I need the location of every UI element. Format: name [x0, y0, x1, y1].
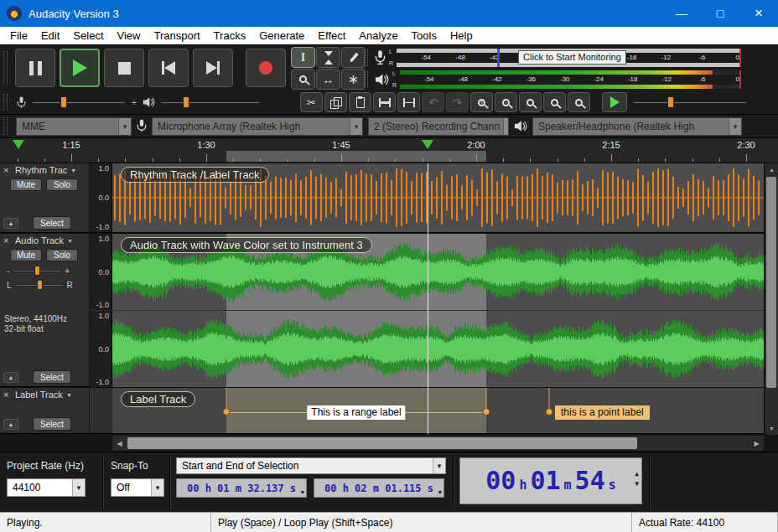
scroll-right-arrow[interactable]: ▶ — [749, 436, 764, 451]
fit-project-button[interactable] — [543, 92, 566, 112]
point-label-marker[interactable] — [546, 408, 553, 416]
range-end-marker[interactable] — [483, 408, 490, 416]
zoom-toggle-button[interactable] — [568, 92, 590, 112]
scroll-up-arrow[interactable]: ▲ — [765, 163, 778, 176]
close-track-icon[interactable]: × — [3, 236, 12, 245]
audio-left-channel[interactable]: Audio Track with Wave Color set to Instr… — [112, 234, 764, 310]
maximize-button[interactable]: □ — [701, 0, 739, 27]
cut-button[interactable]: ✂ — [300, 92, 323, 112]
solo-button[interactable]: Solo — [46, 178, 78, 191]
envelope-tool-button[interactable] — [316, 47, 340, 68]
toolbar-grip[interactable] — [3, 117, 8, 136]
playback-meter-bars[interactable]: -54-48-42-36-30-24-18-12-60 — [400, 70, 743, 90]
play-speed-slider[interactable] — [633, 96, 747, 108]
select-track-button[interactable]: Select — [33, 216, 71, 230]
menu-edit[interactable]: Edit — [34, 27, 66, 44]
clip-title[interactable]: Label Track — [121, 391, 195, 407]
selection-tool-button[interactable]: I — [291, 47, 315, 68]
project-rate-dropdown[interactable]: 44100▾ — [7, 478, 86, 497]
playhead-marker[interactable] — [422, 140, 433, 149]
menu-view[interactable]: View — [111, 27, 148, 44]
stop-button[interactable] — [104, 49, 144, 87]
recording-volume-slider[interactable] — [32, 96, 126, 108]
toolbar-grip[interactable] — [364, 49, 368, 66]
rhythm-track-content[interactable]: Rhythm Track /Label Track — [112, 163, 764, 232]
spin-down-icon[interactable]: ▼ — [635, 480, 639, 488]
toolbar-grip[interactable] — [364, 71, 368, 88]
multi-tool-button[interactable]: ∗ — [341, 69, 366, 90]
horizontal-scroll-thumb[interactable] — [127, 437, 637, 449]
pan-slider[interactable]: L R — [0, 276, 89, 290]
spin-up-icon[interactable]: ▲ — [635, 470, 639, 478]
minimize-button[interactable]: — — [662, 0, 701, 27]
clip-title[interactable]: Audio Track with Wave Color set to Instr… — [121, 237, 372, 253]
selection-end-time[interactable]: 00 h 02 m 01.115 s▼ — [314, 478, 444, 498]
clip-title[interactable]: Rhythm Track /Label Track — [121, 167, 269, 183]
mute-button[interactable]: Mute — [10, 249, 42, 261]
audio-host-dropdown[interactable]: MME▾ — [16, 117, 132, 136]
horizontal-scrollbar[interactable]: ◀ ▶ — [112, 436, 764, 451]
time-spinner[interactable]: ▲▼ — [635, 470, 639, 488]
pinned-playhead-button[interactable] — [13, 140, 24, 149]
recording-meter[interactable]: LR -54-48-42-36-30-24-18-12-60 Click to … — [364, 47, 743, 68]
toolbar-grip[interactable] — [3, 94, 8, 110]
scroll-left-arrow[interactable]: ◀ — [112, 436, 127, 451]
track-name-menu[interactable]: Rhythm Trac▼ — [15, 165, 76, 175]
copy-button[interactable] — [324, 92, 347, 112]
menu-select[interactable]: Select — [66, 27, 110, 44]
redo-button[interactable]: ↷ — [446, 92, 469, 112]
selection-start-time[interactable]: 00 h 01 m 32.137 s▼ — [176, 478, 307, 498]
close-track-icon[interactable]: × — [3, 166, 12, 175]
play-at-speed-button[interactable] — [602, 92, 627, 112]
select-track-button[interactable]: Select — [33, 417, 71, 431]
zoom-tool-button[interactable] — [291, 69, 315, 90]
track-name-menu[interactable]: Audio Track▼ — [15, 235, 73, 245]
zoom-in-button[interactable]: + — [470, 92, 493, 112]
vertical-scrollbar[interactable]: ▲ ▼ — [764, 163, 778, 435]
skip-to-end-button[interactable] — [193, 49, 233, 87]
recording-device-dropdown[interactable]: Microphone Array (Realtek High▾ — [152, 117, 363, 136]
audio-position-display[interactable]: 00h 01m 54s ▲▼ — [459, 457, 642, 504]
close-button[interactable]: × — [739, 0, 778, 27]
menu-tracks[interactable]: Tracks — [207, 27, 253, 44]
playback-device-dropdown[interactable]: Speaker/Headphone (Realtek High▾ — [532, 117, 742, 136]
audio-waveform-right[interactable] — [112, 311, 764, 387]
snap-to-dropdown[interactable]: Off▾ — [111, 478, 164, 497]
menu-help[interactable]: Help — [443, 27, 480, 44]
toolbar-grip[interactable] — [3, 51, 8, 85]
vertical-scroll-thumb[interactable] — [766, 177, 776, 388]
time-shift-tool-button[interactable]: ↔ — [316, 69, 340, 90]
record-button[interactable] — [246, 49, 286, 87]
scroll-down-arrow[interactable]: ▼ — [765, 422, 778, 435]
mute-button[interactable]: Mute — [10, 178, 42, 191]
menu-analyze[interactable]: Analyze — [352, 27, 404, 44]
paste-button[interactable] — [349, 92, 371, 112]
slider-thumb[interactable] — [37, 280, 43, 290]
selection-mode-dropdown[interactable]: Start and End of Selection▾ — [176, 457, 446, 474]
silence-audio-button[interactable] — [397, 92, 420, 112]
draw-tool-button[interactable] — [341, 47, 366, 68]
label-track-content[interactable]: Label Track This is a range label this i… — [112, 388, 764, 433]
undo-button[interactable]: ↶ — [422, 92, 444, 112]
collapse-track-button[interactable]: ▲ — [3, 372, 18, 383]
monitoring-tooltip[interactable]: Click to Start Monitoring — [518, 50, 626, 65]
playback-meter[interactable]: LR -54-48-42-36-30-24-18-12-60 — [364, 69, 743, 90]
menu-generate[interactable]: Generate — [252, 27, 311, 44]
collapse-track-button[interactable]: ▲ — [3, 419, 18, 430]
menu-transport[interactable]: Transport — [147, 27, 206, 44]
menu-effect[interactable]: Effect — [311, 27, 352, 44]
range-label-text[interactable]: This is a range label — [307, 405, 405, 420]
timeline-ruler[interactable]: 1:151:301:452:002:152:30 — [0, 138, 778, 163]
menu-tools[interactable]: Tools — [405, 27, 443, 44]
slider-thumb[interactable] — [667, 96, 674, 108]
pause-button[interactable] — [15, 49, 55, 87]
menu-file[interactable]: File — [3, 27, 34, 44]
range-start-marker[interactable] — [223, 408, 231, 416]
fit-selection-button[interactable] — [519, 92, 542, 112]
trim-audio-button[interactable] — [373, 92, 396, 112]
recording-meter-bars[interactable]: -54-48-42-36-30-24-18-12-60 Click to Sta… — [397, 48, 743, 68]
recording-channels-dropdown[interactable]: 2 (Stereo) Recording Chann▾ — [368, 117, 509, 136]
skip-to-start-button[interactable] — [148, 49, 189, 87]
select-track-button[interactable]: Select — [33, 370, 71, 384]
slider-thumb[interactable] — [183, 96, 189, 108]
